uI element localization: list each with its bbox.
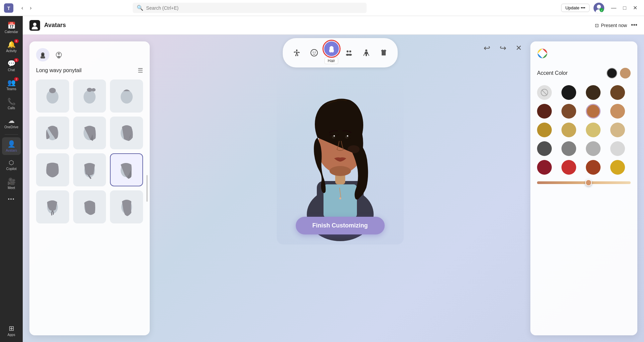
svg-point-7	[33, 23, 36, 26]
minimize-button[interactable]: —	[608, 3, 619, 12]
hair-tab-button[interactable]	[36, 48, 49, 61]
svg-point-12	[58, 53, 60, 55]
sidebar-item-avatars[interactable]: 👤 Avatars	[2, 137, 21, 155]
color-warm-brown-selected[interactable]	[586, 104, 601, 119]
svg-point-53	[330, 166, 351, 176]
sidebar-item-activity[interactable]: 🔔 6 Activity	[2, 38, 21, 55]
sidebar-item-copilot[interactable]: ⬡ Copilot	[2, 156, 21, 173]
color-red[interactable]	[561, 160, 576, 175]
scrollbar[interactable]	[146, 175, 148, 202]
sidebar-item-calls[interactable]: 📞 Calls	[2, 95, 21, 113]
color-dark-red[interactable]	[537, 160, 552, 175]
svg-point-15	[49, 88, 56, 93]
svg-point-43	[365, 49, 367, 51]
color-warm-tan[interactable]	[561, 123, 576, 137]
hair-item[interactable]	[36, 117, 69, 150]
forward-button[interactable]: ›	[27, 4, 34, 12]
color-slider[interactable]	[537, 181, 631, 184]
hair-item[interactable]	[36, 190, 69, 223]
sidebar-item-calendar[interactable]: 📅 Calendar	[2, 19, 21, 36]
color-near-white[interactable]	[610, 141, 625, 156]
avatar-center: Hair	[156, 35, 524, 342]
hair-toolbar-wrapper: Hair	[324, 41, 339, 64]
svg-point-51	[339, 197, 341, 199]
main-layout: 📅 Calendar 🔔 6 Activity 💬 5 Chat 👥 2 Tea…	[0, 16, 644, 342]
finish-customizing-button[interactable]: Finish Customizing	[296, 217, 385, 234]
hair-item-selected[interactable]	[110, 153, 143, 186]
hair-item[interactable]	[110, 190, 143, 223]
hair-item[interactable]	[110, 79, 143, 113]
editor-close-button[interactable]: ✕	[514, 41, 524, 55]
back-button[interactable]: ‹	[19, 4, 26, 12]
filter-button[interactable]: ☰	[138, 67, 143, 74]
body-button[interactable]	[359, 45, 374, 60]
accent-swatch-dark[interactable]	[607, 68, 617, 78]
redo-button[interactable]: ↪	[498, 41, 508, 55]
color-golden-tan[interactable]	[537, 123, 552, 137]
activity-badge: 6	[14, 39, 19, 43]
svg-point-8	[32, 26, 38, 29]
avatar-display: Finish Customizing	[277, 71, 404, 244]
sidebar-item-onedrive[interactable]: ☁ OneDrive	[2, 114, 21, 132]
color-medium-brown[interactable]	[610, 85, 625, 100]
group-button[interactable]	[342, 45, 356, 60]
avatar-svg	[283, 74, 397, 241]
accessory-tab-button[interactable]	[52, 48, 66, 61]
page-title: Avatars	[44, 22, 66, 29]
hair-item[interactable]	[36, 153, 69, 186]
hair-item[interactable]	[73, 79, 106, 113]
search-input[interactable]	[146, 5, 363, 11]
color-light-tan[interactable]	[610, 123, 625, 137]
sidebar-item-teams[interactable]: 👥 2 Teams	[2, 76, 21, 94]
user-avatar[interactable]: ✓	[594, 3, 604, 13]
present-now-button[interactable]: ⊡ Present now	[595, 23, 627, 28]
close-button[interactable]: ✕	[630, 3, 640, 12]
svg-rect-32	[297, 52, 299, 53]
avatars-icon: 👤	[7, 140, 16, 148]
svg-line-44	[364, 54, 364, 56]
color-golden[interactable]	[610, 160, 625, 175]
header-more-button[interactable]: •••	[631, 22, 637, 29]
color-brown[interactable]	[561, 104, 576, 119]
chat-badge: 5	[14, 58, 19, 62]
accent-swatch-brown[interactable]	[620, 68, 631, 78]
titlebar-right: Update ••• ✓ — □ ✕	[561, 3, 640, 13]
slider-thumb[interactable]	[585, 179, 592, 186]
maximize-button[interactable]: □	[620, 3, 629, 12]
hair-item[interactable]	[36, 79, 69, 113]
color-dark-grey[interactable]	[537, 141, 552, 156]
hair-item[interactable]	[73, 117, 106, 150]
svg-line-64	[542, 90, 547, 95]
sidebar-item-more[interactable]: •••	[2, 194, 21, 204]
color-black[interactable]	[561, 85, 576, 100]
svg-rect-30	[296, 52, 297, 54]
svg-rect-31	[294, 51, 296, 53]
hair-item[interactable]	[73, 190, 106, 223]
sidebar-item-meet[interactable]: 🎥 Meet	[2, 175, 21, 192]
color-tan[interactable]	[610, 104, 625, 119]
outfit-button[interactable]	[376, 45, 391, 60]
color-medium-grey[interactable]	[561, 141, 576, 156]
svg-point-36	[312, 52, 313, 53]
sidebar-item-apps[interactable]: ⊞ Apps	[2, 322, 21, 339]
present-icon: ⊡	[595, 23, 599, 28]
hair-item[interactable]	[110, 117, 143, 150]
undo-button[interactable]: ↩	[482, 41, 492, 55]
sidebar-item-chat[interactable]: 💬 5 Chat	[2, 57, 21, 74]
face-button[interactable]	[307, 45, 321, 60]
color-dark-brown[interactable]	[586, 85, 601, 100]
update-button[interactable]: Update •••	[561, 4, 590, 12]
color-none[interactable]	[537, 85, 552, 100]
color-slider-track	[537, 181, 631, 189]
hair-button[interactable]	[324, 41, 339, 56]
color-auburn[interactable]	[586, 160, 601, 175]
content-area: Avatars ⊡ Present now •••	[23, 16, 644, 342]
color-light-grey[interactable]	[586, 141, 601, 156]
nav-controls: ‹ ›	[19, 4, 34, 12]
hair-item[interactable]	[73, 153, 106, 186]
color-dark-red-brown[interactable]	[537, 104, 552, 119]
color-light-golden[interactable]	[586, 123, 601, 137]
onedrive-icon: ☁	[8, 117, 15, 125]
svg-rect-34	[297, 54, 298, 56]
pose-button[interactable]	[289, 45, 304, 60]
